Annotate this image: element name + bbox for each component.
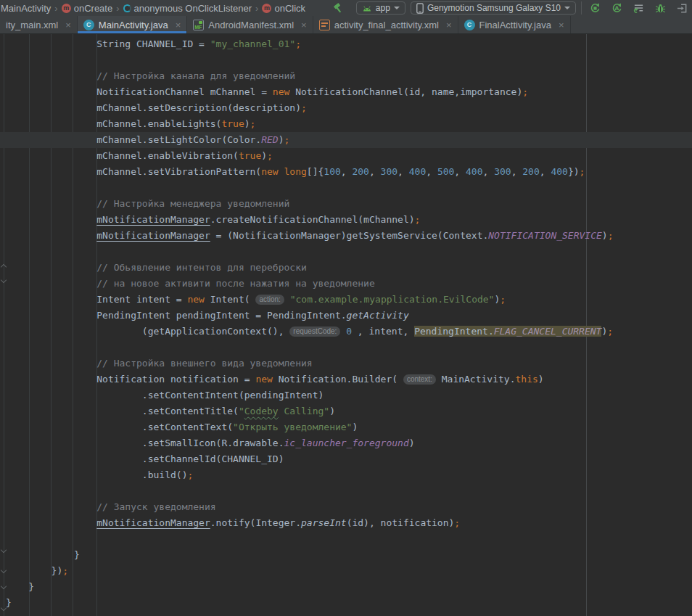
breadcrumb-item-anonymous-onclicklistener[interactable]: anonymous OnClickListener [123,3,252,14]
code-editor[interactable]: String CHANNEL_ID = "my_channel_01"; // … [0,34,692,616]
code-line[interactable] [0,180,692,196]
code-line[interactable]: }); [0,563,692,579]
code-token: ) [602,230,608,241]
code-line[interactable]: mNotificationManager.createNotificationC… [0,212,692,228]
breadcrumb-item-onclick[interactable]: monClick [262,3,305,14]
code-token: action: [255,295,284,305]
code-line[interactable]: // Настройка внешнего вида уведомления [0,356,692,371]
code-token: , intent, [352,326,414,337]
code-token [279,166,284,177]
code-token: Intent( [205,294,255,305]
code-token: ; [608,230,614,241]
run-list-button[interactable] [633,2,644,14]
code-token: ) [279,134,284,145]
code-line[interactable] [0,531,692,547]
code-line[interactable]: // Настройка канала для уведомлений [0,68,692,84]
code-line[interactable]: NotificationChannel mChannel = new Notif… [0,84,692,100]
code-token: 500 [437,166,454,177]
tab-mainactivity-java[interactable]: CMainActivity.java× [78,16,187,33]
code-line[interactable]: // на новое активити после нажатия на ув… [0,276,692,292]
debug-button[interactable] [654,2,666,14]
code-line[interactable]: // Запуск уведомления [0,499,692,515]
code-token: new [187,294,204,305]
code-line[interactable]: mChannel.setLightColor(Color.RED); [0,132,692,148]
tab-androidmanifest-xml[interactable]: MFAndroidManifest.xml× [187,16,313,33]
code-line[interactable]: .setContentTitle("Codeby Calling") [0,403,692,419]
code-token: (id), notification) [347,517,455,528]
code-token: ; [284,134,290,145]
apply-code-changes-icon: A [611,3,622,14]
breadcrumb-label: anonymous OnClickListener [134,3,252,14]
code-token: ; [415,214,421,225]
code-token: ; [607,326,613,337]
code-line[interactable]: mNotificationManager.notify(Integer.pars… [0,515,692,531]
anonymous-class-icon [123,4,131,12]
code-line[interactable]: // Обьявление интентов для переброски [0,260,692,276]
breadcrumb-separator: › [116,3,119,14]
code-line[interactable]: PendingIntent pendingIntent = PendingInt… [0,308,692,324]
code-token: ; [500,294,506,305]
code-line[interactable] [0,340,692,356]
run-configuration-select[interactable]: app [356,1,405,15]
code-line[interactable]: mChannel.enableVibration(true); [0,148,692,164]
breadcrumb-item-mainactivity[interactable]: MainActivity [1,3,51,14]
code-line[interactable] [0,483,692,499]
code-token: long [284,166,307,177]
code-line[interactable]: } [0,579,692,595]
breadcrumb-item-oncreate[interactable]: monCreate [62,3,112,14]
tab-finalacttivity-java[interactable]: CFinalActtivity.java× [458,16,571,33]
run-list-icon [633,3,644,14]
tab-close-icon[interactable]: × [301,20,307,30]
method-icon: m [262,4,271,13]
code-token: ; [454,517,460,528]
tab-close-icon[interactable]: × [65,20,71,30]
code-line[interactable]: mChannel.enableLights(true); [0,116,692,132]
code-token: , [511,166,523,177]
code-token: requestCode: [289,327,340,337]
code-token: // Настройка менеджера уведомлений [6,198,289,209]
code-line[interactable]: Notification notification = new Notifica… [0,371,692,387]
code-line[interactable]: .setChannelId(CHANNEL_ID) [0,451,692,467]
code-line[interactable]: // Настройка менеджера уведомлений [0,196,692,212]
code-token: }) [6,565,62,576]
code-line[interactable]: .setContentIntent(pendingIntent) [0,387,692,403]
apply-changes-restart-button[interactable] [589,2,601,14]
code-line[interactable]: String CHANNEL_ID = "my_channel_01"; [0,36,692,52]
attach-debugger-button[interactable] [676,2,688,14]
tab-close-icon[interactable]: × [446,20,452,30]
tab-label: MainActivity.java [99,20,168,30]
code-token: , [426,166,437,177]
code-token: 100 [324,166,340,177]
code-line[interactable]: (getApplicationContext(), requestCode: 0… [0,324,692,340]
code-token: // Обьявление интентов для переброски [6,262,307,273]
tab-ity-main-xml[interactable]: ity_main.xml× [0,16,78,33]
code-token: } [6,581,34,592]
tab-label: AndroidManifest.xml [208,20,294,30]
code-line[interactable] [0,244,692,260]
tab-activity-final-acttivity-xml[interactable]: activity_final_acttivity.xml× [313,16,458,33]
code-token: 400 [466,166,482,177]
code-token: Intent intent = [6,294,187,305]
code-token: mChannel.setVibrationPattern( [6,166,261,177]
code-token: mNotificationManager [96,517,210,528]
code-line[interactable]: .build(); [0,467,692,483]
code-line[interactable]: mChannel.setDescription(description); [0,100,692,116]
apply-code-changes-button[interactable]: A [611,2,622,14]
svg-text:A: A [614,5,619,12]
code-line[interactable]: .setSmallIcon(R.drawable.ic_launcher_for… [0,435,692,451]
code-line[interactable]: Intent intent = new Intent( action: "com… [0,292,692,308]
device-select[interactable]: Genymotion Samsung Galaxy S10 [411,1,576,15]
code-line[interactable]: .setContentText("Открыть уведомление") [0,419,692,435]
code-line[interactable] [0,52,692,68]
code-line[interactable]: } [0,547,692,563]
make-project-button[interactable] [332,2,344,17]
code-line[interactable]: mChannel.setVibrationPattern(new long[]{… [0,164,692,180]
layout-xml-icon [319,20,330,30]
code-token: ; [301,102,307,113]
tab-close-icon[interactable]: × [176,20,181,30]
code-line[interactable]: } [0,595,692,611]
tab-close-icon[interactable]: × [559,20,564,30]
code-token: FLAG_CANCEL_CURRENT [494,326,602,337]
code-token: "my_channel_01" [210,38,295,49]
code-line[interactable]: mNotificationManager = (NotificationMana… [0,228,692,244]
